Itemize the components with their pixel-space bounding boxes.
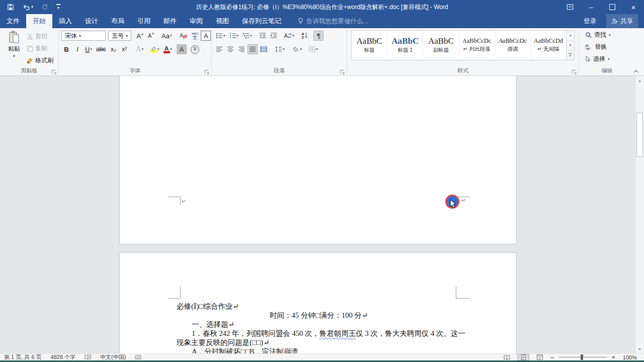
font-color-button[interactable]: A ▾	[162, 44, 174, 54]
strikethrough-button[interactable]: abc	[95, 44, 107, 54]
tab-design[interactable]: 设计	[78, 14, 105, 28]
redo-button[interactable]	[41, 2, 48, 12]
justify-button[interactable]	[248, 44, 258, 54]
copy-button[interactable]: 复制	[25, 43, 55, 54]
bullets-button[interactable]: ▾	[214, 31, 227, 41]
tab-file[interactable]: 文件	[0, 14, 26, 28]
styles-scroll-down-button[interactable]: ▼	[567, 41, 574, 51]
vertical-scrollbar[interactable]: ▲ ▼	[635, 76, 644, 353]
line-spacing-button[interactable]: ▾	[274, 44, 286, 54]
ribbon-display-options-button[interactable]	[559, 0, 581, 14]
styles-scroll-up-button[interactable]: ▲	[567, 31, 574, 41]
sign-in-button[interactable]: 登录	[584, 17, 596, 26]
input-mode-button[interactable]	[135, 354, 141, 360]
save-button[interactable]	[7, 2, 14, 12]
tab-layout[interactable]: 布局	[105, 14, 131, 28]
style-title[interactable]: AaBbC 标题	[352, 31, 387, 60]
word-count-status[interactable]: 4828 个字	[51, 353, 76, 361]
select-button[interactable]: 选择 ▾	[585, 54, 635, 64]
paste-dropdown-caret[interactable]: ▾	[13, 54, 15, 58]
subscript-button[interactable]: x₂	[108, 44, 118, 54]
paragraph-dialog-launcher[interactable]	[340, 68, 345, 73]
tab-review[interactable]: 审阅	[183, 14, 209, 28]
zoom-slider[interactable]	[558, 354, 607, 360]
underline-button[interactable]: U▾	[84, 44, 94, 54]
distribute-button[interactable]	[259, 44, 269, 54]
paste-button[interactable]: 粘贴 ▾	[4, 31, 24, 67]
tell-me-search[interactable]: 告诉我您想要做什么...	[298, 14, 368, 28]
zoom-in-button[interactable]: +	[611, 354, 615, 360]
enclose-characters-button[interactable]: 字	[189, 44, 201, 54]
multilevel-list-button[interactable]: ▾	[241, 31, 254, 41]
read-mode-button[interactable]	[501, 354, 513, 360]
superscript-button[interactable]: x²	[119, 44, 129, 54]
undo-button[interactable]: ▾	[22, 2, 33, 12]
page-2[interactable]: 必修(Ⅰ)□综合作业↵ 时间：45 分钟□满分：100 分↵ 一、选择题↵ 1．…	[119, 252, 517, 353]
sort-button[interactable]: AZ	[299, 31, 309, 41]
shading-button[interactable]: ▾	[291, 44, 304, 54]
replace-button[interactable]: abac 替换	[585, 42, 635, 52]
share-button[interactable]: 共享	[606, 14, 638, 28]
web-layout-button[interactable]	[534, 354, 546, 360]
tab-mailings[interactable]: 邮件	[157, 14, 183, 28]
bold-button[interactable]: B	[61, 44, 71, 54]
tab-view[interactable]: 视图	[209, 14, 235, 28]
align-right-button[interactable]	[236, 44, 247, 54]
font-size-combobox[interactable]: 五号	[108, 31, 131, 41]
change-case-button[interactable]: Aa▾	[160, 31, 173, 41]
zoom-level[interactable]: 100%	[620, 354, 637, 360]
tab-save-to-cloud-notes[interactable]: 保存到云笔记	[235, 14, 288, 28]
show-formatting-marks-button[interactable]: ¶	[313, 31, 324, 41]
align-center-button[interactable]	[225, 44, 235, 54]
style-subtitle[interactable]: AaBbC 副标题	[423, 31, 459, 60]
font-dialog-launcher[interactable]	[204, 68, 210, 73]
language-status-button[interactable]: 中文(中国)	[100, 353, 126, 361]
scroll-up-button[interactable]: ▲	[635, 76, 644, 85]
style-heading-1[interactable]: AaBbC 标题 1	[387, 31, 423, 60]
scroll-down-button[interactable]: ▼	[635, 344, 644, 353]
tab-insert[interactable]: 插入	[52, 14, 78, 28]
align-left-button[interactable]	[214, 44, 224, 54]
increase-indent-button[interactable]	[269, 31, 279, 41]
numbering-button[interactable]: ▾	[228, 31, 240, 41]
clipboard-dialog-launcher[interactable]	[51, 68, 57, 73]
style-emphasis[interactable]: AaBbCcDc 强调	[495, 31, 531, 60]
styles-dialog-launcher[interactable]	[572, 68, 577, 73]
find-button[interactable]: 查找 ▾	[585, 30, 635, 40]
undo-dropdown-caret[interactable]: ▾	[31, 5, 33, 9]
customize-qat-button[interactable]: ▾	[56, 2, 60, 12]
font-name-combobox[interactable]: 宋体	[61, 31, 106, 41]
scrollbar-thumb[interactable]	[636, 113, 643, 157]
character-border-button[interactable]: A	[201, 31, 211, 41]
collapse-ribbon-button[interactable]	[633, 67, 640, 73]
close-button[interactable]: ×	[623, 0, 644, 14]
print-layout-button[interactable]	[517, 354, 529, 360]
style-list-paragraph[interactable]: AaBbCcDc ↵ 列出段落	[459, 31, 495, 60]
cut-button[interactable]: 剪切	[25, 31, 55, 42]
clear-formatting-button[interactable]: A	[178, 31, 189, 41]
italic-button[interactable]: I	[72, 44, 83, 54]
proofing-status-button[interactable]	[85, 354, 91, 360]
zoom-out-button[interactable]: –	[550, 354, 554, 360]
styles-more-button[interactable]: ▼	[567, 50, 574, 60]
decrease-indent-button[interactable]	[258, 31, 268, 41]
phonetic-guide-button[interactable]: wén文	[190, 31, 200, 41]
page-1[interactable]: ↵ ↵	[119, 76, 517, 244]
shrink-font-button[interactable]: A▾	[146, 31, 156, 41]
minimize-button[interactable]: –	[581, 0, 602, 14]
document-canvas[interactable]: ↵ ↵ 必修(Ⅰ)□综合作业↵ 时间：45 分钟□满分：100 分↵ 一、选择题…	[0, 76, 635, 353]
style-no-spacing[interactable]: AaBbCcDd ↵ 无间隔	[531, 31, 566, 60]
page-number-status[interactable]: 第 1 页, 共 6 页	[4, 353, 42, 361]
zoom-slider-knob[interactable]	[581, 354, 583, 360]
grow-font-button[interactable]: A▴	[135, 31, 145, 41]
format-painter-button[interactable]: 格式刷	[25, 55, 55, 66]
tab-home[interactable]: 开始	[26, 14, 52, 28]
character-shading-button[interactable]: A	[177, 44, 187, 54]
tab-references[interactable]: 引用	[131, 14, 157, 28]
borders-button[interactable]: ▾	[307, 44, 319, 54]
text-effects-button[interactable]: A▾	[134, 44, 145, 54]
format-painter-brush-icon	[27, 57, 33, 64]
maximize-button[interactable]	[602, 0, 623, 14]
text-highlight-button[interactable]: ▾	[149, 44, 161, 54]
asian-layout-button[interactable]: A ▾	[283, 31, 296, 41]
